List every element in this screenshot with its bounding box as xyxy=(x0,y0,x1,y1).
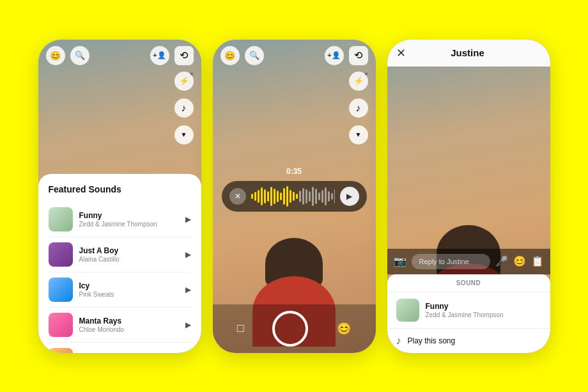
play-song-row[interactable]: ♪ Play this song xyxy=(387,329,550,353)
sounds-list: Funny Zedd & Jasmine Thompson ▶ Just A B… xyxy=(49,202,191,353)
play-arrow-2[interactable]: ▶ xyxy=(185,285,191,294)
wave-bar xyxy=(328,191,330,201)
sound-list-item[interactable]: Just A Boy Alaina Castillo ▶ xyxy=(49,237,191,272)
sound-name-4: Can I Call You Tonight xyxy=(79,352,179,353)
add-friend-icon-1[interactable]: +👤 xyxy=(150,46,169,65)
flip-camera-icon-2[interactable]: ⟲ xyxy=(349,46,368,65)
sound-info-2: Icy Pink Sweats xyxy=(79,281,179,298)
waveform-play-button[interactable]: ▶ xyxy=(340,187,359,206)
sound-thumb-1 xyxy=(49,242,73,267)
sound-artist-0: Zedd & Jasmine Thompson xyxy=(79,221,179,228)
emoji-icon-2[interactable]: 😊 xyxy=(337,322,351,336)
wave-bar xyxy=(277,191,279,202)
wave-bar xyxy=(274,189,275,204)
add-friend-icon-2[interactable]: +👤 xyxy=(325,46,344,65)
waveform-visual xyxy=(251,186,335,207)
waveform-cancel-button[interactable]: ✕ xyxy=(229,188,246,205)
sounds-panel-title: Featured Sounds xyxy=(49,184,191,194)
wave-bar xyxy=(293,192,295,201)
sound-name-1: Just A Boy xyxy=(79,246,179,255)
camera-icon-3[interactable]: 📷 xyxy=(394,255,406,267)
wave-bar xyxy=(280,192,282,200)
sound-artist-1: Alaina Castillo xyxy=(79,256,179,263)
sound-thumb-4 xyxy=(49,348,73,353)
wave-bar xyxy=(290,190,291,203)
sound-list-item[interactable]: Icy Pink Sweats ▶ xyxy=(49,272,191,308)
wave-bar xyxy=(254,192,256,201)
sticker-icon-2[interactable]: □ xyxy=(237,322,244,335)
sound-popup-info: Funny Zedd & Jasmine Thompson xyxy=(426,302,504,318)
wave-bar xyxy=(309,191,311,201)
sound-list-item[interactable]: Funny Zedd & Jasmine Thompson ▶ xyxy=(49,202,191,237)
sound-artist-2: Pink Sweats xyxy=(79,291,179,298)
reply-input-field[interactable]: Reply to Justine xyxy=(412,254,490,269)
music-icon-1[interactable]: ♪ xyxy=(174,98,194,118)
play-song-text: Play this song xyxy=(408,336,456,345)
wave-bar xyxy=(302,188,304,205)
sound-name-3: Manta Rays xyxy=(79,317,179,325)
flash-icon-2[interactable]: ⚡✕ xyxy=(349,72,368,91)
wave-bar xyxy=(321,190,323,203)
reply-input-row: 📷 Reply to Justine 🎤 😊 📋 xyxy=(387,249,550,274)
wave-bar xyxy=(261,187,263,205)
reply-placeholder-text: Reply to Justine xyxy=(419,258,469,265)
right-icons-2: ⚡✕ ♪ ▼ xyxy=(349,72,368,145)
avatar-icon-2[interactable]: 😊 xyxy=(220,46,240,65)
popup-song-name: Funny xyxy=(426,302,504,311)
top-bar-left-1: 😊 🔍 xyxy=(46,46,89,65)
wave-bar xyxy=(331,193,333,200)
reply-bar: 📷 Reply to Justine 🎤 😊 📋 SOUND xyxy=(387,249,550,353)
right-icons-1: ⚡✕ ♪ ▼ xyxy=(174,72,194,145)
play-arrow-1[interactable]: ▶ xyxy=(185,250,191,259)
wave-bar xyxy=(296,194,298,199)
waveform-container: ✕ ▶ xyxy=(222,181,367,212)
sound-list-item[interactable]: Manta Rays Chloe Moriondo ▶ xyxy=(49,308,191,343)
top-bar-right-1: +👤 ⟲ xyxy=(150,46,194,65)
phone-2: 😊 🔍 +👤 ⟲ ⚡✕ ♪ ▼ 0:35 xyxy=(213,40,376,353)
shutter-button-2[interactable] xyxy=(272,311,308,347)
close-button-3[interactable]: ✕ xyxy=(396,46,406,60)
wave-bar xyxy=(270,187,272,206)
music-icon-2[interactable]: ♪ xyxy=(349,98,368,118)
top-bar-1: 😊 🔍 +👤 ⟲ xyxy=(38,40,201,72)
play-arrow-3[interactable]: ▶ xyxy=(185,320,191,329)
wave-bar xyxy=(286,186,288,207)
chevron-icon-2[interactable]: ▼ xyxy=(349,125,368,145)
sound-popup-item: Funny Zedd & Jasmine Thompson xyxy=(387,292,550,329)
wave-bar xyxy=(325,187,327,205)
sticker-icon-3[interactable]: 📋 xyxy=(531,255,544,267)
sound-thumb-0 xyxy=(49,207,73,231)
wave-bar xyxy=(251,194,253,199)
play-arrow-0[interactable]: ▶ xyxy=(185,215,191,224)
flash-icon-1[interactable]: ⚡✕ xyxy=(174,72,194,91)
wave-bar xyxy=(318,192,320,200)
sound-info-4: Can I Call You Tonight Dayglow xyxy=(79,352,179,353)
wave-bar xyxy=(334,189,335,203)
wave-bar xyxy=(258,190,259,203)
top-bar-left-2: 😊 🔍 xyxy=(220,46,264,65)
bottom-bar-2: □ 😊 xyxy=(213,304,376,353)
popup-song-artist: Zedd & Jasmine Thompson xyxy=(426,311,504,318)
sounds-panel: Featured Sounds Funny Zedd & Jasmine Tho… xyxy=(38,174,201,353)
emoji-icon-3[interactable]: 😊 xyxy=(513,255,526,267)
sound-popup-header: SOUND xyxy=(387,274,550,292)
chevron-icon-1[interactable]: ▼ xyxy=(174,125,194,145)
recipient-name: Justine xyxy=(412,47,523,58)
top-bar-2: 😊 🔍 +👤 ⟲ xyxy=(213,40,376,72)
wave-bar xyxy=(299,191,301,202)
avatar-icon-1[interactable]: 😊 xyxy=(46,46,65,65)
wave-bar xyxy=(312,187,314,206)
search-icon-2[interactable]: 🔍 xyxy=(245,46,264,65)
mic-icon-3[interactable]: 🎤 xyxy=(495,255,508,267)
sound-info-1: Just A Boy Alaina Castillo xyxy=(79,246,179,263)
top-bar-right-2: +👤 ⟲ xyxy=(325,46,368,65)
waveform-time: 0:35 xyxy=(286,167,302,176)
reply-icons-right: 🎤 😊 📋 xyxy=(495,255,544,267)
waveform-bar: 0:35 ✕ ▶ xyxy=(213,181,376,212)
sound-popup-thumb xyxy=(396,299,419,322)
sound-thumb-3 xyxy=(49,313,73,337)
sound-list-item[interactable]: Can I Call You Tonight Dayglow ▶ xyxy=(49,343,191,353)
sound-thumb-2 xyxy=(49,278,73,302)
search-icon-1[interactable]: 🔍 xyxy=(70,46,89,65)
flip-camera-icon-1[interactable]: ⟲ xyxy=(174,46,194,65)
